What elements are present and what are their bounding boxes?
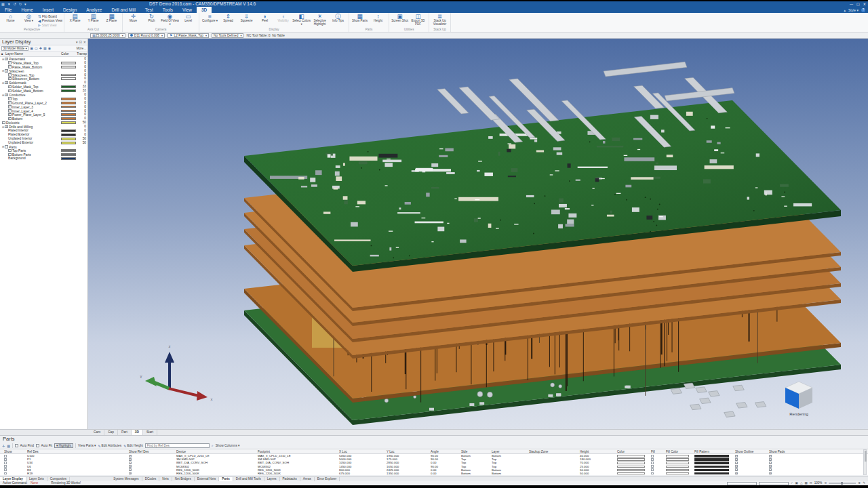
layer-checkbox[interactable] <box>8 149 12 152</box>
fill-color-swatch[interactable] <box>666 462 689 464</box>
zoom-slider-thumb[interactable] <box>841 482 843 485</box>
layer-checkbox[interactable] <box>8 117 12 121</box>
layer-color-swatch[interactable] <box>61 89 76 92</box>
home-button[interactable]: ⌂Home <box>1 14 20 28</box>
add-icon[interactable]: ✚ <box>39 46 42 50</box>
pitch-button[interactable]: ↻Pitch <box>142 14 161 28</box>
parts-scrollbar[interactable] <box>863 449 867 475</box>
folder-icon[interactable]: ▭ <box>35 46 38 50</box>
menu-tab-analyze[interactable]: Analyze <box>81 7 106 13</box>
zoom-slider[interactable] <box>829 483 856 484</box>
view-tab-part[interactable]: Part <box>118 430 132 435</box>
fill-color-swatch[interactable] <box>666 455 689 457</box>
save-icon[interactable]: ▣ <box>30 46 33 50</box>
layer-checkbox[interactable] <box>5 125 8 129</box>
chevron-down-icon[interactable]: ▾ <box>76 39 78 45</box>
screen-shot-button[interactable]: ▣Screen Shot <box>391 14 409 28</box>
layer-checkbox[interactable] <box>8 61 12 64</box>
show-pads-checkbox[interactable] <box>769 455 772 458</box>
dcode-combo[interactable]: D11 Round 0.008▾ <box>128 33 165 38</box>
menu-tab-tools[interactable]: Tools <box>158 7 178 13</box>
color-swatch[interactable] <box>617 469 645 471</box>
layer-checkbox[interactable] <box>2 121 5 125</box>
fill-checkbox[interactable] <box>651 465 654 468</box>
grid-spacing-combo[interactable]: ▦ 25.0000,25.0000▾ <box>90 33 125 38</box>
show-refdes-checkbox[interactable] <box>129 455 132 458</box>
quick-access-dropdown-icon[interactable]: ▾ <box>24 1 26 7</box>
layer-color-swatch[interactable] <box>61 66 76 68</box>
coordinate-x-field[interactable] <box>727 482 757 485</box>
x-plane-button[interactable]: ▤X Plane <box>66 14 84 28</box>
crosshair-icon[interactable]: ✛ <box>2 444 5 448</box>
parts-column-side[interactable]: Side <box>460 449 490 453</box>
search-icon[interactable]: ⌕ <box>212 443 214 448</box>
show-outline-checkbox[interactable] <box>735 458 738 461</box>
show-checkbox[interactable] <box>4 458 7 461</box>
undo-icon[interactable]: ↺ <box>14 1 16 7</box>
spread-button[interactable]: ⇕Spread <box>219 14 237 28</box>
show-refdes-checkbox[interactable] <box>129 468 132 471</box>
select-colors-button[interactable]: ◧Select Colors ▾ <box>292 14 311 28</box>
parts-column-color[interactable]: Color <box>616 449 650 453</box>
layer-checkbox[interactable] <box>8 101 12 104</box>
field-of-view-button[interactable]: ◉Field Of View ▾ <box>161 14 179 28</box>
color-swatch[interactable] <box>617 466 645 468</box>
y-plane-button[interactable]: ▥Y Plane <box>84 14 102 28</box>
fill-checkbox[interactable] <box>651 458 654 461</box>
redo-icon[interactable]: ↻ <box>19 1 22 7</box>
menu-tab-design[interactable]: Design <box>58 7 81 13</box>
parts-column-height[interactable]: Height <box>578 449 616 453</box>
edit-attributes-button[interactable]: ✎Edit Attributes <box>98 444 121 448</box>
minimize-button[interactable]: — <box>850 1 853 7</box>
export-3d-pdf-button[interactable]: ◫Export 3D PDF <box>409 14 427 28</box>
parts-column-show-pads[interactable]: Show Pads <box>768 449 799 453</box>
menu-tab-home[interactable]: Home <box>16 7 37 13</box>
fill-checkbox[interactable] <box>651 462 654 464</box>
layer-checkbox[interactable] <box>8 65 12 68</box>
layer-checkbox[interactable] <box>8 89 12 93</box>
show-pads-checkbox[interactable] <box>769 472 772 475</box>
show-refdes-checkbox[interactable] <box>129 458 132 461</box>
layer-checkbox[interactable] <box>5 94 8 97</box>
layer-color-swatch[interactable] <box>61 134 76 136</box>
layer-color-swatch[interactable] <box>61 102 76 104</box>
model-mode-combo[interactable]: 3d Model Mode ▾ <box>1 46 28 51</box>
layer-color-swatch[interactable] <box>61 106 76 108</box>
fill-color-swatch[interactable] <box>666 469 689 471</box>
ribbon-collapse-icon[interactable]: ▴ <box>844 8 846 12</box>
more-button[interactable]: More... <box>77 47 86 50</box>
stack-up-visualizer-button[interactable]: ≣Stack Up Visualizer <box>431 14 449 28</box>
active-layer-combo[interactable]: ⚑ L2 Paste_Mask_Top▾ <box>167 33 209 38</box>
view-tab-cam[interactable]: Cam <box>90 430 104 435</box>
menu-tab-insert[interactable]: Insert <box>38 7 58 13</box>
layer-color-swatch[interactable] <box>61 138 76 140</box>
layer-checkbox[interactable] <box>5 69 8 73</box>
layer-color-swatch[interactable] <box>61 121 76 124</box>
layer-color-swatch[interactable] <box>61 110 76 113</box>
parts-column-angle[interactable]: Angle <box>429 449 460 453</box>
layer-checkbox[interactable] <box>5 58 8 61</box>
table-icon[interactable]: ▦ <box>7 444 10 448</box>
layer-color-swatch[interactable] <box>61 74 76 77</box>
squeeze-button[interactable]: ⇓Squeeze <box>237 14 256 28</box>
viewport-3d-scene[interactable]: zxyRendering <box>88 39 868 429</box>
show-refdes-checkbox[interactable] <box>129 462 132 464</box>
info-tips-button[interactable]: ⓘInfo Tips <box>329 14 347 28</box>
view-parts-button[interactable]: View Parts ▾ <box>78 444 96 447</box>
configure-button[interactable]: ≡Configure ▾ <box>201 14 219 28</box>
show-checkbox[interactable] <box>4 465 7 468</box>
menu-tab-3d[interactable]: 3D <box>197 7 212 13</box>
fill-checkbox[interactable] <box>651 472 654 475</box>
menu-tab-file[interactable]: File <box>0 7 16 13</box>
parts-row[interactable]: R19RES_1206_500KRES_1206_500K675.0001350… <box>3 472 868 475</box>
layer-color-swatch[interactable] <box>61 117 76 120</box>
show-outline-checkbox[interactable] <box>735 468 738 471</box>
layer-checkbox[interactable] <box>8 109 12 113</box>
show-outline-checkbox[interactable] <box>735 455 738 458</box>
show-parts-button[interactable]: ▦Show Parts <box>351 14 369 28</box>
eye-icon[interactable]: ◉ <box>48 46 51 50</box>
show-outline-checkbox[interactable] <box>735 465 738 468</box>
peel-button[interactable]: ◗Peel <box>256 14 274 28</box>
layer-checkbox[interactable] <box>8 85 12 89</box>
height-button[interactable]: ↕Height <box>369 14 387 28</box>
